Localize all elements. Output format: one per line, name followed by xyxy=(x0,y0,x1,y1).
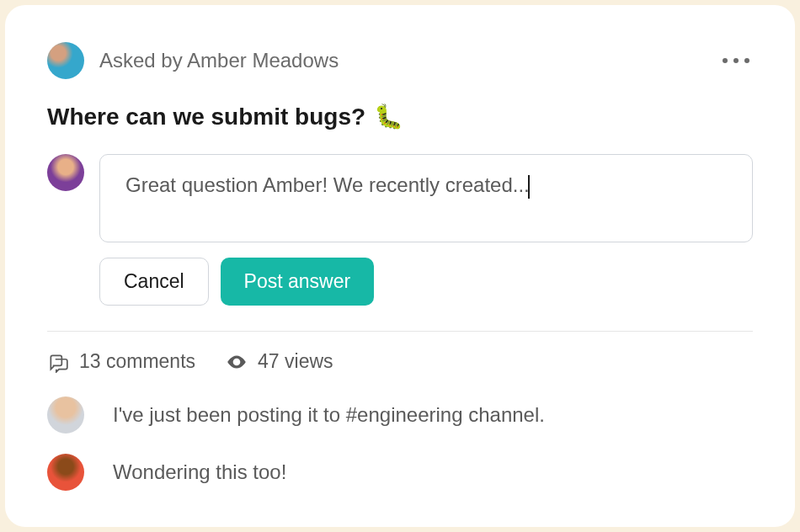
post-header: Asked by Amber Meadows xyxy=(47,42,753,79)
eye-icon xyxy=(226,351,248,373)
answer-textarea[interactable]: Great question Amber! We recently create… xyxy=(99,154,753,242)
dot-icon xyxy=(723,58,728,63)
comments-icon xyxy=(47,351,69,373)
comment-text: Wondering this too! xyxy=(113,460,286,484)
current-user-avatar[interactable] xyxy=(47,154,84,191)
comment-item: I've just been posting it to #engineerin… xyxy=(47,396,753,434)
asked-by-text: Asked by Amber Meadows xyxy=(99,49,704,72)
post-stats: 13 comments 47 views xyxy=(47,350,753,373)
comments-stat[interactable]: 13 comments xyxy=(47,350,195,373)
dot-icon xyxy=(744,58,749,63)
post-title: Where can we submit bugs? 🐛 xyxy=(47,103,753,130)
post-answer-button[interactable]: Post answer xyxy=(221,258,375,306)
comments-count-label: 13 comments xyxy=(79,350,195,373)
answer-compose-row: Great question Amber! We recently create… xyxy=(47,154,753,242)
answer-actions: Cancel Post answer xyxy=(99,258,753,306)
dot-icon xyxy=(733,58,739,63)
question-card: Asked by Amber Meadows Where can we subm… xyxy=(5,5,795,527)
cancel-button[interactable]: Cancel xyxy=(99,258,209,306)
author-avatar[interactable] xyxy=(47,42,84,79)
bug-emoji-icon: 🐛 xyxy=(374,103,403,130)
commenter-avatar[interactable] xyxy=(47,396,84,434)
comment-item: Wondering this too! xyxy=(47,454,753,491)
text-cursor xyxy=(528,175,530,199)
views-stat: 47 views xyxy=(226,350,333,373)
comment-text: I've just been posting it to #engineerin… xyxy=(113,403,545,427)
more-options-button[interactable] xyxy=(719,55,753,66)
commenter-avatar[interactable] xyxy=(47,454,84,491)
svg-point-0 xyxy=(235,359,238,363)
views-count-label: 47 views xyxy=(258,350,333,373)
post-title-text: Where can we submit bugs? xyxy=(47,104,365,130)
section-divider xyxy=(47,331,753,332)
answer-draft-text: Great question Amber! We recently create… xyxy=(125,173,530,196)
